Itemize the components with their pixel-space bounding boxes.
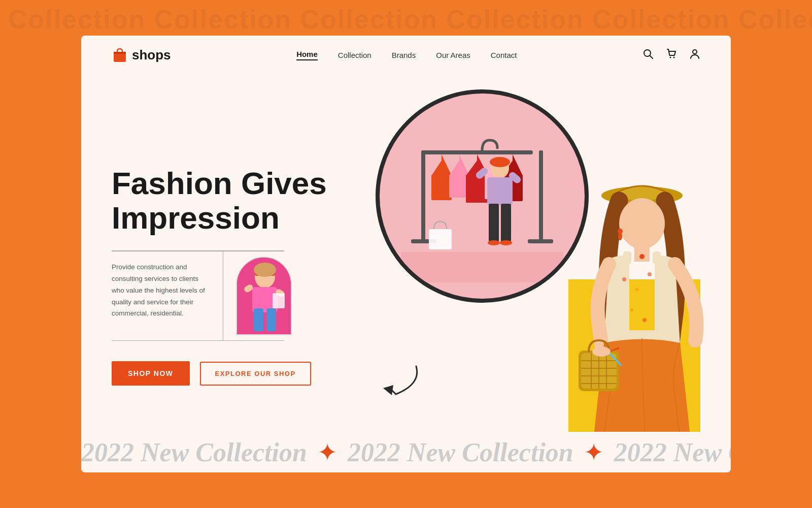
- svg-marker-17: [383, 385, 393, 395]
- marquee-text-3: 2022 New Collection: [614, 437, 731, 467]
- navbar: shops Home Collection Brands Our Areas C…: [81, 36, 731, 74]
- nav-link-brands[interactable]: Brands: [392, 51, 416, 59]
- svg-rect-25: [431, 175, 452, 200]
- svg-rect-33: [487, 177, 513, 205]
- user-icon[interactable]: [689, 48, 700, 62]
- nav-links: Home Collection Brands Our Areas Contact: [296, 50, 517, 60]
- svg-rect-12: [254, 308, 263, 331]
- svg-rect-53: [653, 251, 661, 264]
- marquee-text-1: 2022 New Collection: [81, 437, 307, 467]
- svg-rect-22: [539, 150, 543, 242]
- svg-rect-24: [528, 239, 553, 243]
- svg-point-47: [622, 277, 626, 281]
- hero-section: Fashion Gives Impression Provide constru…: [81, 74, 731, 472]
- svg-point-48: [635, 288, 638, 291]
- svg-point-42: [619, 198, 665, 249]
- logo-text: shops: [132, 47, 171, 63]
- main-card: shops Home Collection Brands Our Areas C…: [81, 36, 731, 472]
- svg-point-10: [254, 263, 276, 277]
- marquee-track: 2022 New Collection ✦ 2022 New Collectio…: [81, 437, 731, 467]
- svg-point-50: [630, 308, 633, 311]
- arrow-decoration: [365, 364, 426, 406]
- svg-rect-1: [114, 52, 126, 54]
- svg-rect-52: [623, 251, 631, 264]
- clothing-rack-svg: [401, 110, 563, 282]
- shop-now-button[interactable]: SHOP NOW: [112, 361, 190, 386]
- marquee-star-1: ✦: [317, 438, 337, 466]
- cart-icon[interactable]: [666, 48, 677, 62]
- svg-point-5: [673, 56, 675, 58]
- svg-line-3: [650, 55, 653, 58]
- hero-buttons: SHOP NOW EXPLORE OUR SHOP: [112, 361, 376, 386]
- svg-rect-36: [489, 204, 499, 242]
- arch-figure: [237, 258, 292, 335]
- logo-bag-icon: [112, 47, 128, 63]
- svg-rect-16: [273, 293, 285, 308]
- svg-rect-13: [266, 308, 276, 331]
- nav-link-home[interactable]: Home: [296, 50, 318, 60]
- marquee-text-2: 2022 New Collection: [348, 437, 573, 467]
- nav-link-collection[interactable]: Collection: [338, 51, 371, 59]
- hero-title: Fashion Gives Impression: [112, 166, 376, 235]
- hero-description-column: Provide construction and consulting serv…: [112, 251, 223, 340]
- nav-icons: [642, 48, 700, 62]
- woman-figure-svg: [563, 168, 721, 472]
- svg-point-65: [592, 346, 611, 357]
- hero-middle: Provide construction and consulting serv…: [112, 251, 376, 340]
- nav-link-our-areas[interactable]: Our Areas: [436, 51, 470, 59]
- svg-point-4: [670, 56, 671, 58]
- svg-point-39: [500, 240, 512, 245]
- nav-link-contact[interactable]: Contact: [491, 51, 517, 59]
- svg-point-49: [648, 272, 652, 276]
- svg-point-32: [490, 157, 510, 167]
- svg-point-51: [642, 318, 647, 322]
- clothing-rack-circle: [376, 89, 589, 303]
- search-icon[interactable]: [642, 48, 654, 62]
- svg-point-44: [618, 232, 622, 240]
- hero-arch-image-column: [223, 251, 294, 340]
- marquee-bar: 2022 New Collection ✦ 2022 New Collectio…: [81, 432, 731, 472]
- explore-shop-button[interactable]: EXPLORE OUR SHOP: [200, 362, 311, 386]
- svg-point-38: [488, 240, 500, 245]
- svg-rect-21: [421, 150, 425, 242]
- divider-bottom: [112, 340, 284, 341]
- logo: shops: [112, 47, 171, 63]
- hero-description: Provide construction and consulting serv…: [112, 262, 213, 320]
- marquee-star-2: ✦: [584, 438, 604, 466]
- svg-point-46: [639, 254, 645, 259]
- svg-rect-20: [421, 150, 533, 154]
- svg-rect-30: [429, 229, 452, 249]
- woman-right-figure: [563, 168, 721, 472]
- hero-right: [335, 74, 731, 472]
- arch-image: [236, 257, 292, 335]
- svg-rect-37: [501, 204, 511, 242]
- hero-left: Fashion Gives Impression Provide constru…: [112, 74, 376, 472]
- svg-point-6: [693, 50, 697, 54]
- svg-rect-19: [401, 252, 563, 282]
